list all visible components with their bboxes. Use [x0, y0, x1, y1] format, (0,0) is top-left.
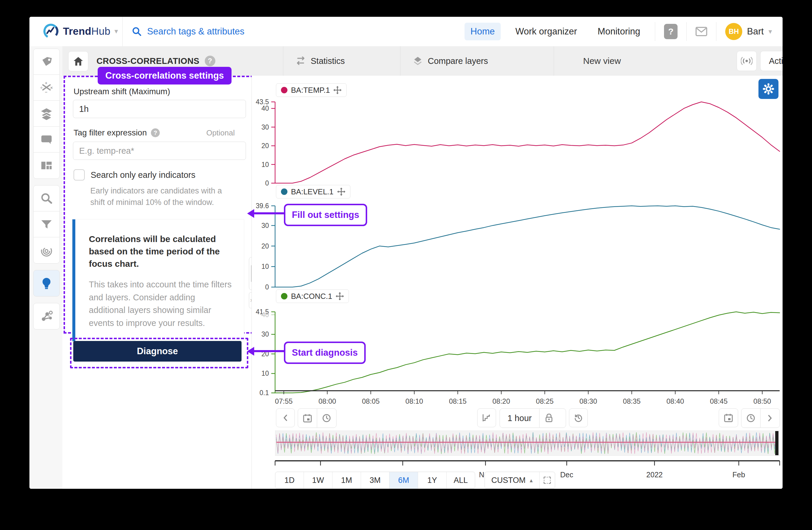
annotation-arrowhead — [247, 347, 254, 356]
rail-dashboard-button[interactable] — [33, 152, 60, 179]
ml-nodes-icon — [40, 310, 53, 323]
zoom-controls: 1D 1W 1M 3M 6M 1Y ALL CUSTOM ▴ — [275, 472, 555, 489]
divider — [554, 46, 554, 76]
zoom-1d[interactable]: 1D — [275, 472, 304, 488]
app-window: TrendHub ▾ Home Work organizer Monitorin… — [29, 17, 783, 489]
end-date-button[interactable] — [719, 408, 738, 427]
svg-text:Dec: Dec — [560, 471, 573, 479]
pan-left-button[interactable] — [276, 408, 295, 427]
fit-selection-button[interactable] — [539, 472, 555, 488]
annotation-arrowhead — [247, 209, 254, 218]
pan-right-button[interactable] — [760, 409, 779, 428]
zoom-1m[interactable]: 1M — [332, 472, 361, 488]
zoom-preset-group: 1D 1W 1M 3M 6M 1Y ALL — [275, 472, 475, 489]
nav-home[interactable]: Home — [465, 23, 501, 40]
broadcast-button[interactable] — [737, 51, 757, 71]
context-overview-bar[interactable] — [275, 431, 780, 456]
svg-text:39.6: 39.6 — [256, 202, 269, 210]
svg-text:20: 20 — [261, 242, 269, 250]
zoom-1y[interactable]: 1Y — [418, 472, 446, 488]
nav-work-organizer[interactable]: Work organizer — [510, 23, 583, 40]
start-time-button[interactable] — [317, 409, 336, 428]
lock-duration-button[interactable] — [539, 409, 559, 428]
rail-tag-button[interactable] — [33, 48, 60, 75]
time-axis: 07:5508:0008:0508:1008:1508:2008:2508:30… — [247, 388, 780, 407]
tag-chip-conc[interactable]: BA:CONC.1 — [276, 290, 349, 303]
compare-layers-button[interactable]: Compare layers — [412, 46, 488, 76]
series-color-dot — [281, 293, 287, 299]
rail-fingerprint-button[interactable] — [33, 237, 60, 264]
svg-text:×: × — [50, 85, 53, 90]
lightbulb-icon — [41, 277, 52, 290]
end-time-button[interactable] — [741, 409, 760, 428]
tag-icon — [41, 56, 52, 68]
trendhub-logo[interactable]: TrendHub ▾ — [43, 23, 118, 39]
tag-filter-input[interactable] — [73, 142, 246, 160]
layers-icon — [40, 107, 53, 120]
rail-formula-button[interactable]: + − ÷ × — [33, 74, 60, 101]
start-date-button[interactable] — [298, 409, 317, 428]
zoom-1w[interactable]: 1W — [304, 472, 332, 488]
svg-text:08:35: 08:35 — [623, 397, 640, 405]
tag-filter-help-icon[interactable]: ? — [151, 128, 160, 137]
tag-filter-row: Tag filter expression ? Optional — [74, 128, 235, 138]
gear-icon — [762, 83, 774, 95]
svg-text:10: 10 — [261, 161, 269, 168]
title-help-icon[interactable]: ? — [205, 56, 215, 66]
swap-arrows-icon — [295, 57, 306, 65]
svg-text:08:45: 08:45 — [710, 397, 728, 405]
early-indicators-checkbox[interactable] — [74, 169, 85, 181]
svg-text:2022: 2022 — [647, 471, 663, 479]
global-search[interactable] — [132, 17, 324, 46]
rail-filter-button[interactable] — [33, 211, 60, 238]
clock-icon — [322, 414, 331, 422]
rail-recommendations-button[interactable] — [33, 270, 60, 296]
rail-layers-button[interactable] — [33, 100, 60, 127]
zoom-3m[interactable]: 3M — [361, 472, 389, 488]
series-color-dot — [281, 189, 287, 195]
search-input[interactable] — [146, 26, 324, 37]
search-icon — [132, 27, 142, 37]
tag-chip-temp[interactable]: BA:TEMP.1 — [276, 83, 347, 97]
svg-text:08:50: 08:50 — [753, 397, 771, 405]
optional-label: Optional — [206, 128, 235, 138]
help-icon[interactable]: ? — [664, 24, 678, 39]
info-title: Correlations will be calculated based on… — [89, 233, 232, 270]
home-view-button[interactable] — [68, 51, 88, 71]
tag-chip-level[interactable]: BA:LEVEL.1 — [276, 185, 350, 198]
mail-icon[interactable] — [696, 27, 707, 36]
monitoring-mode-button[interactable] — [477, 408, 496, 427]
statistics-button[interactable]: Statistics — [295, 46, 345, 76]
actions-button[interactable]: Actions ▾ — [760, 51, 783, 71]
divider — [686, 22, 687, 41]
clock-icon — [746, 414, 755, 422]
annotation-diagnose-outline: Diagnose — [70, 338, 248, 368]
rail-search-button[interactable] — [33, 185, 60, 212]
calendar-icon — [303, 414, 312, 422]
left-icon-rail: + − ÷ × — [29, 46, 63, 489]
duration-button[interactable]: 1 hour — [500, 409, 539, 428]
chart-settings-button[interactable] — [758, 79, 779, 99]
rail-comment-button[interactable] — [33, 126, 60, 153]
annotation-settings-label: Cross-correlations settings — [98, 67, 232, 84]
nav-monitoring[interactable]: Monitoring — [592, 23, 646, 40]
move-icon[interactable] — [333, 86, 342, 94]
zoom-all[interactable]: ALL — [446, 472, 475, 488]
fit-selection-icon — [543, 476, 551, 484]
svg-text:Feb: Feb — [733, 471, 745, 479]
custom-range-button[interactable]: CUSTOM ▴ — [485, 472, 539, 488]
move-icon[interactable] — [336, 292, 344, 300]
chevron-left-icon — [283, 415, 288, 421]
svg-text:30: 30 — [261, 123, 269, 131]
brand-chevron-icon[interactable]: ▾ — [114, 27, 118, 35]
history-button[interactable] — [569, 408, 588, 427]
user-menu[interactable]: BH Bart ▾ — [725, 23, 772, 40]
move-icon[interactable] — [337, 187, 345, 196]
zoom-6m[interactable]: 6M — [389, 472, 418, 488]
upstream-shift-input[interactable] — [73, 100, 246, 118]
brand-name: TrendHub — [63, 25, 110, 37]
avatar: BH — [725, 23, 742, 40]
diagnose-button[interactable]: Diagnose — [73, 341, 242, 362]
rail-machine-learning-button[interactable] — [33, 303, 60, 330]
svg-text:+: + — [45, 81, 47, 85]
